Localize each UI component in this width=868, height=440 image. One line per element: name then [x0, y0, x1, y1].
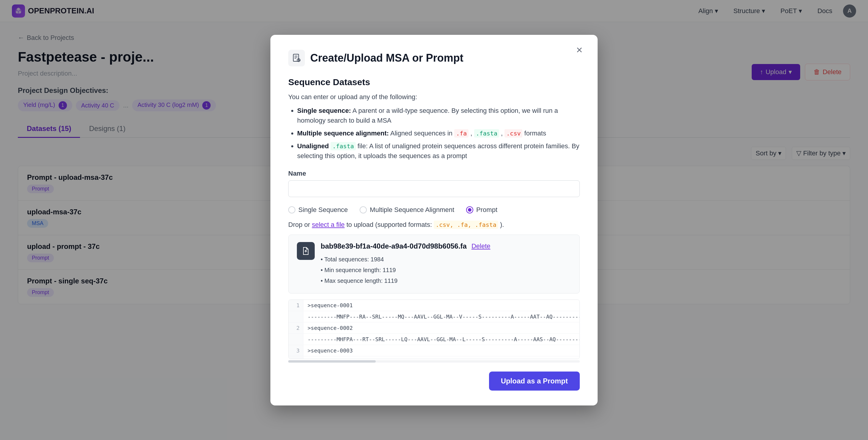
modal-title: Create/Upload MSA or Prompt — [310, 52, 463, 64]
file-name: bab98e39-bf1a-40de-a9a4-0d70d98b6056.fa — [321, 242, 467, 251]
radio-prompt[interactable]: Prompt — [466, 206, 497, 214]
radio-multiple-sequence[interactable]: Multiple Sequence Alignment — [360, 206, 454, 214]
modal-intro: You can enter or upload any of the follo… — [288, 93, 580, 101]
drop-zone-text: Drop or select a file to upload (support… — [288, 221, 580, 229]
radio-single-sequence[interactable]: Single Sequence — [288, 206, 348, 214]
seq-line-1: 1 >sequence-0001 — [288, 300, 580, 311]
modal-icon — [288, 50, 305, 66]
seq-line-3b: ... — [288, 356, 580, 359]
modal-close-button[interactable]: ✕ — [572, 44, 586, 57]
modal-bullet-list: Single sequence: A parent or a wild-type… — [288, 106, 580, 161]
select-file-link[interactable]: select a file — [312, 221, 344, 228]
modal-footer: Upload as a Prompt — [288, 372, 580, 390]
bullet-single-seq: Single sequence: A parent or a wild-type… — [297, 106, 580, 125]
file-upload-icon — [297, 242, 315, 260]
upload-as-prompt-button[interactable]: Upload as a Prompt — [489, 372, 580, 390]
svg-rect-4 — [293, 54, 299, 61]
name-label: Name — [288, 170, 580, 177]
modal-overlay: ✕ Create/Upload MSA or Prompt Sequence D… — [0, 0, 868, 440]
bullet-msa: Multiple sequence alignment: Aligned seq… — [297, 128, 580, 138]
file-details: bab98e39-bf1a-40de-a9a4-0d70d98b6056.fa … — [321, 242, 571, 286]
file-delete-link[interactable]: Delete — [471, 242, 491, 250]
name-input[interactable] — [288, 180, 580, 197]
modal-dialog: ✕ Create/Upload MSA or Prompt Sequence D… — [270, 35, 598, 406]
file-info-box: bab98e39-bf1a-40de-a9a4-0d70d98b6056.fa … — [288, 235, 580, 294]
bullet-unaligned: Unaligned .fasta file: A list of unalign… — [297, 141, 580, 161]
seq-line-1b: ---------MNFP---RA--SRL-----MQ---AAVL--G… — [288, 311, 580, 322]
modal-section-title: Sequence Datasets — [288, 77, 580, 87]
sequence-preview[interactable]: 1 >sequence-0001 ---------MNFP---RA--SRL… — [288, 299, 580, 359]
radio-group: Single Sequence Multiple Sequence Alignm… — [288, 206, 580, 214]
file-meta: • Total sequences: 1984 • Min sequence l… — [321, 254, 571, 286]
seq-line-2b: ---------MHFPA---RT--SRL-----LQ---AAVL--… — [288, 334, 580, 345]
seq-line-2: 2 >sequence-0002 — [288, 322, 580, 334]
modal-header: Create/Upload MSA or Prompt — [288, 50, 580, 66]
seq-line-3: 3 >sequence-0003 — [288, 345, 580, 356]
